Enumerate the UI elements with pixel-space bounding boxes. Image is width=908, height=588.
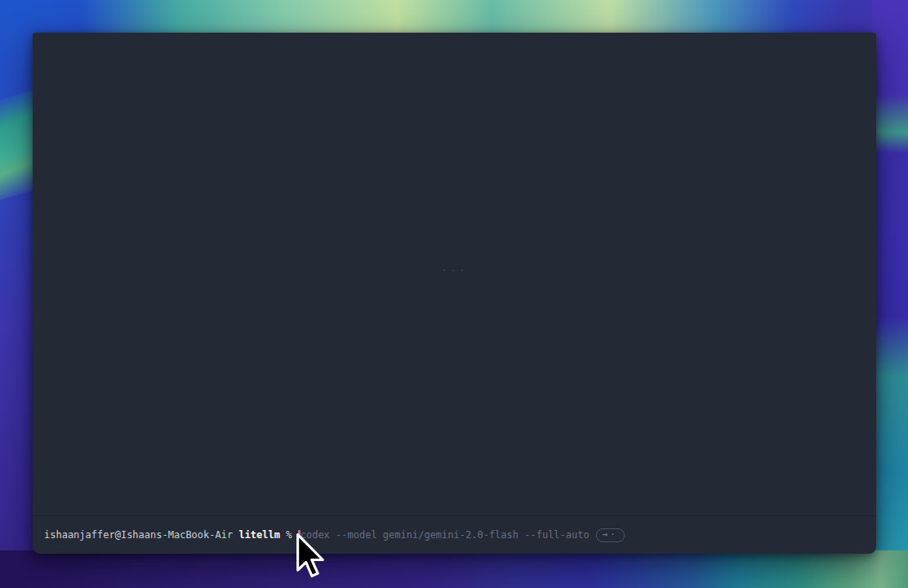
wallpaper-bottom-band [0,550,908,588]
loading-dots: ··· [441,264,467,276]
desktop: ··· ishaanjaffer@Ishaans-MacBook-Air lit… [0,0,908,588]
prompt-user-host: ishaanjaffer@Ishaans-MacBook-Air [44,528,233,541]
accept-suggestion-hint: →· [596,528,625,542]
command-input-line[interactable]: ishaanjaffer@Ishaans-MacBook-Air litellm… [33,516,876,554]
prompt-symbol: % [286,528,292,541]
wallpaper-right-band [872,0,908,588]
command-autosuggestion: codex --model gemini/gemini-2.0-flash --… [300,528,590,541]
prompt-directory: litellm [238,528,280,541]
terminal-window[interactable]: ··· ishaanjaffer@Ishaans-MacBook-Air lit… [33,33,876,554]
terminal-output-area[interactable]: ··· [33,33,876,516]
